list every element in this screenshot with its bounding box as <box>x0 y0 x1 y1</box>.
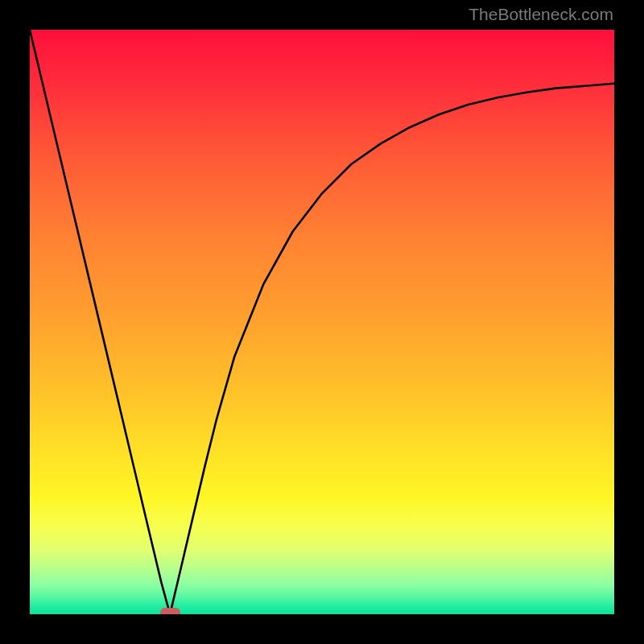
curve-line <box>30 30 614 614</box>
plot-area <box>30 30 614 614</box>
curve-svg <box>30 30 614 614</box>
watermark-text: TheBottleneck.com <box>469 5 613 24</box>
chart-frame: TheBottleneck.com <box>0 0 644 644</box>
minimum-marker <box>160 608 180 614</box>
